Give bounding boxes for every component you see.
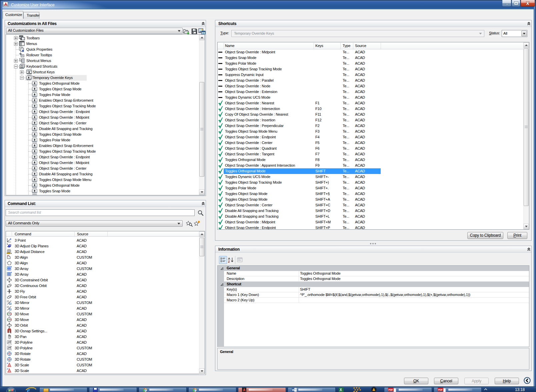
svg-text:PDF: PDF [389,389,393,391]
svg-text:Z: Z [228,260,230,263]
svg-text:3: 3 [10,238,11,241]
svg-text:X: X [340,388,342,392]
svg-text:PDF: PDF [438,389,443,391]
